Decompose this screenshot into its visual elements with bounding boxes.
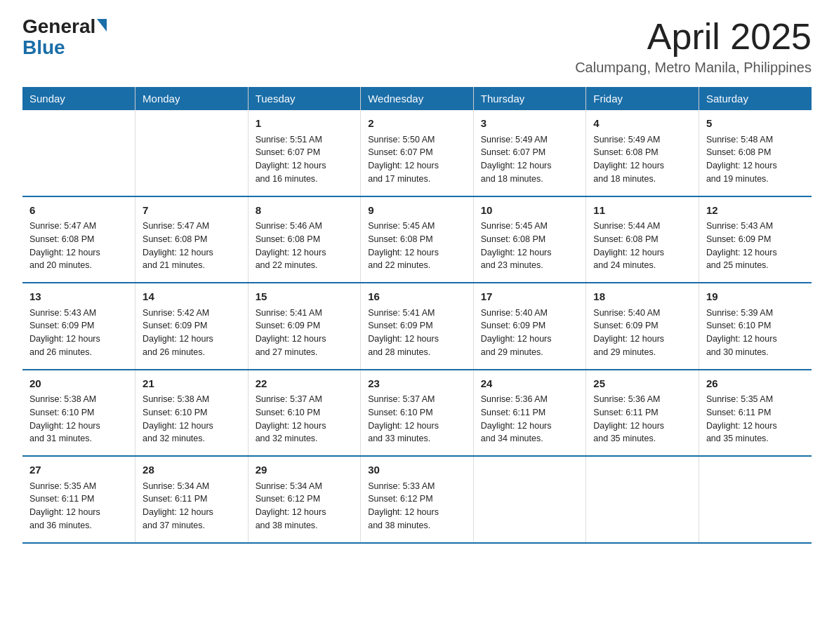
- day-info: Sunrise: 5:44 AM Sunset: 6:08 PM Dayligh…: [593, 220, 691, 272]
- day-info: Sunrise: 5:43 AM Sunset: 6:09 PM Dayligh…: [29, 307, 128, 359]
- day-number: 11: [593, 203, 691, 219]
- calendar-day-cell: 27Sunrise: 5:35 AM Sunset: 6:11 PM Dayli…: [22, 456, 135, 543]
- calendar-day-cell: 29Sunrise: 5:34 AM Sunset: 6:12 PM Dayli…: [248, 456, 361, 543]
- day-info: Sunrise: 5:41 AM Sunset: 6:09 PM Dayligh…: [368, 307, 466, 359]
- calendar-day-cell: 19Sunrise: 5:39 AM Sunset: 6:10 PM Dayli…: [699, 283, 812, 370]
- calendar-week-row: 20Sunrise: 5:38 AM Sunset: 6:10 PM Dayli…: [22, 370, 812, 457]
- logo: General Blue: [22, 17, 108, 59]
- header-sunday: Sunday: [22, 87, 135, 110]
- day-info: Sunrise: 5:43 AM Sunset: 6:09 PM Dayligh…: [706, 220, 805, 272]
- day-number: 22: [256, 376, 354, 392]
- calendar-day-cell: 6Sunrise: 5:47 AM Sunset: 6:08 PM Daylig…: [22, 196, 135, 283]
- calendar-day-cell: 20Sunrise: 5:38 AM Sunset: 6:10 PM Dayli…: [22, 370, 135, 457]
- calendar-week-row: 6Sunrise: 5:47 AM Sunset: 6:08 PM Daylig…: [22, 196, 812, 283]
- day-number: 17: [481, 289, 579, 305]
- calendar-day-cell: 24Sunrise: 5:36 AM Sunset: 6:11 PM Dayli…: [473, 370, 586, 457]
- calendar-day-cell: 1Sunrise: 5:51 AM Sunset: 6:07 PM Daylig…: [248, 110, 361, 196]
- day-number: 2: [368, 116, 466, 132]
- day-info: Sunrise: 5:49 AM Sunset: 6:07 PM Dayligh…: [481, 133, 579, 186]
- day-number: 23: [368, 376, 466, 392]
- calendar-day-cell: [586, 456, 699, 543]
- day-number: 12: [706, 203, 805, 219]
- logo-blue-text: Blue: [22, 36, 65, 58]
- day-info: Sunrise: 5:37 AM Sunset: 6:10 PM Dayligh…: [368, 393, 466, 445]
- day-number: 30: [368, 462, 466, 478]
- calendar-day-cell: 12Sunrise: 5:43 AM Sunset: 6:09 PM Dayli…: [699, 196, 812, 283]
- day-number: 3: [481, 116, 579, 132]
- day-info: Sunrise: 5:41 AM Sunset: 6:09 PM Dayligh…: [256, 307, 354, 359]
- calendar-day-cell: 23Sunrise: 5:37 AM Sunset: 6:10 PM Dayli…: [361, 370, 474, 457]
- calendar-day-cell: 16Sunrise: 5:41 AM Sunset: 6:09 PM Dayli…: [361, 283, 474, 370]
- calendar-day-cell: [22, 110, 135, 196]
- calendar-day-cell: 3Sunrise: 5:49 AM Sunset: 6:07 PM Daylig…: [473, 110, 586, 196]
- day-info: Sunrise: 5:42 AM Sunset: 6:09 PM Dayligh…: [143, 307, 241, 359]
- day-number: 20: [29, 376, 128, 392]
- calendar-table: Sunday Monday Tuesday Wednesday Thursday…: [22, 87, 812, 544]
- header-wednesday: Wednesday: [361, 87, 474, 110]
- day-info: Sunrise: 5:36 AM Sunset: 6:11 PM Dayligh…: [481, 393, 579, 445]
- day-number: 19: [706, 289, 805, 305]
- day-info: Sunrise: 5:47 AM Sunset: 6:08 PM Dayligh…: [29, 220, 128, 272]
- calendar-day-cell: 10Sunrise: 5:45 AM Sunset: 6:08 PM Dayli…: [473, 196, 586, 283]
- calendar-day-cell: 26Sunrise: 5:35 AM Sunset: 6:11 PM Dayli…: [699, 370, 812, 457]
- day-number: 27: [29, 462, 128, 478]
- calendar-day-cell: 15Sunrise: 5:41 AM Sunset: 6:09 PM Dayli…: [248, 283, 361, 370]
- calendar-header-row: Sunday Monday Tuesday Wednesday Thursday…: [22, 87, 812, 110]
- day-number: 21: [143, 376, 241, 392]
- calendar-day-cell: 17Sunrise: 5:40 AM Sunset: 6:09 PM Dayli…: [473, 283, 586, 370]
- day-number: 7: [143, 203, 241, 219]
- day-info: Sunrise: 5:36 AM Sunset: 6:11 PM Dayligh…: [593, 393, 691, 445]
- day-number: 14: [143, 289, 241, 305]
- calendar-day-cell: 7Sunrise: 5:47 AM Sunset: 6:08 PM Daylig…: [135, 196, 249, 283]
- day-number: 9: [368, 203, 466, 219]
- calendar-day-cell: [699, 456, 812, 543]
- day-number: 29: [256, 462, 354, 478]
- day-info: Sunrise: 5:39 AM Sunset: 6:10 PM Dayligh…: [706, 307, 805, 359]
- page-header: General Blue April 2025 Calumpang, Metro…: [22, 17, 812, 76]
- day-number: 25: [593, 376, 691, 392]
- calendar-day-cell: 9Sunrise: 5:45 AM Sunset: 6:08 PM Daylig…: [361, 196, 474, 283]
- day-info: Sunrise: 5:33 AM Sunset: 6:12 PM Dayligh…: [368, 480, 466, 532]
- day-number: 6: [29, 203, 128, 219]
- calendar-day-cell: [473, 456, 586, 543]
- calendar-day-cell: 2Sunrise: 5:50 AM Sunset: 6:07 PM Daylig…: [361, 110, 474, 196]
- day-info: Sunrise: 5:47 AM Sunset: 6:08 PM Dayligh…: [143, 220, 241, 272]
- header-saturday: Saturday: [699, 87, 812, 110]
- day-number: 24: [481, 376, 579, 392]
- calendar-day-cell: 8Sunrise: 5:46 AM Sunset: 6:08 PM Daylig…: [248, 196, 361, 283]
- calendar-day-cell: 18Sunrise: 5:40 AM Sunset: 6:09 PM Dayli…: [586, 283, 699, 370]
- day-info: Sunrise: 5:40 AM Sunset: 6:09 PM Dayligh…: [593, 307, 691, 359]
- calendar-day-cell: 4Sunrise: 5:49 AM Sunset: 6:08 PM Daylig…: [586, 110, 699, 196]
- day-info: Sunrise: 5:38 AM Sunset: 6:10 PM Dayligh…: [143, 393, 241, 445]
- day-number: 5: [706, 116, 805, 132]
- calendar-week-row: 13Sunrise: 5:43 AM Sunset: 6:09 PM Dayli…: [22, 283, 812, 370]
- header-friday: Friday: [586, 87, 699, 110]
- day-info: Sunrise: 5:49 AM Sunset: 6:08 PM Dayligh…: [593, 133, 691, 186]
- header-thursday: Thursday: [473, 87, 586, 110]
- day-number: 28: [143, 462, 241, 478]
- day-info: Sunrise: 5:35 AM Sunset: 6:11 PM Dayligh…: [29, 480, 128, 532]
- title-block: April 2025 Calumpang, Metro Manila, Phil…: [575, 17, 812, 76]
- calendar-week-row: 1Sunrise: 5:51 AM Sunset: 6:07 PM Daylig…: [22, 110, 812, 196]
- day-info: Sunrise: 5:50 AM Sunset: 6:07 PM Dayligh…: [368, 133, 466, 186]
- day-info: Sunrise: 5:46 AM Sunset: 6:08 PM Dayligh…: [256, 220, 354, 272]
- day-info: Sunrise: 5:35 AM Sunset: 6:11 PM Dayligh…: [706, 393, 805, 445]
- day-info: Sunrise: 5:48 AM Sunset: 6:08 PM Dayligh…: [706, 133, 805, 186]
- day-info: Sunrise: 5:37 AM Sunset: 6:10 PM Dayligh…: [256, 393, 354, 445]
- calendar-day-cell: 13Sunrise: 5:43 AM Sunset: 6:09 PM Dayli…: [22, 283, 135, 370]
- day-number: 13: [29, 289, 128, 305]
- calendar-day-cell: 14Sunrise: 5:42 AM Sunset: 6:09 PM Dayli…: [135, 283, 249, 370]
- calendar-week-row: 27Sunrise: 5:35 AM Sunset: 6:11 PM Dayli…: [22, 456, 812, 543]
- header-monday: Monday: [135, 87, 249, 110]
- calendar-day-cell: 22Sunrise: 5:37 AM Sunset: 6:10 PM Dayli…: [248, 370, 361, 457]
- location-subtitle: Calumpang, Metro Manila, Philippines: [575, 60, 812, 76]
- calendar-day-cell: 25Sunrise: 5:36 AM Sunset: 6:11 PM Dayli…: [586, 370, 699, 457]
- day-number: 1: [256, 116, 354, 132]
- day-info: Sunrise: 5:45 AM Sunset: 6:08 PM Dayligh…: [481, 220, 579, 272]
- header-tuesday: Tuesday: [248, 87, 361, 110]
- month-title: April 2025: [575, 17, 812, 57]
- day-info: Sunrise: 5:40 AM Sunset: 6:09 PM Dayligh…: [481, 307, 579, 359]
- day-number: 15: [256, 289, 354, 305]
- day-info: Sunrise: 5:45 AM Sunset: 6:08 PM Dayligh…: [368, 220, 466, 272]
- day-number: 10: [481, 203, 579, 219]
